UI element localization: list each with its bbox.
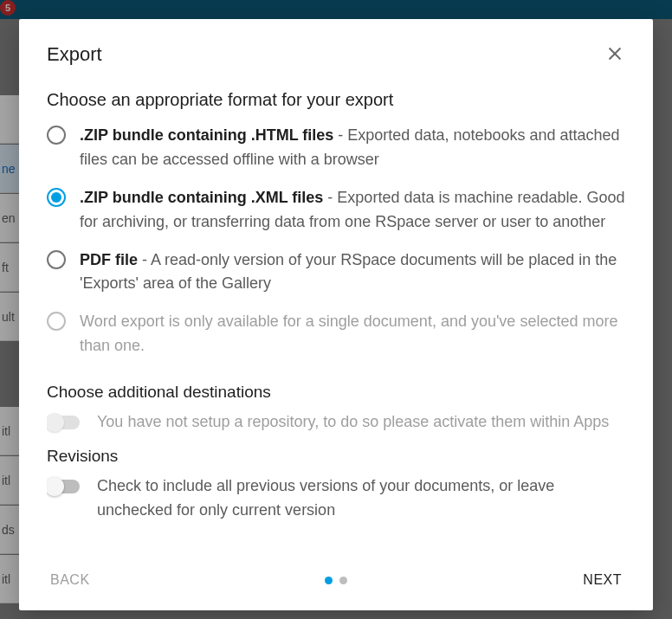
radio-label: .ZIP bundle containing .XML files - Expo…: [80, 186, 625, 235]
format-radio-list: .ZIP bundle containing .HTML files - Exp…: [47, 124, 625, 358]
step-dot-2: [339, 577, 347, 584]
modal-content: Choose an appropriate format for your ex…: [47, 90, 625, 550]
radio-indicator: [47, 126, 66, 145]
revisions-switch-label: Check to include all previous versions o…: [97, 474, 625, 523]
format-option-word: Word export is only available for a sing…: [47, 310, 625, 358]
repository-switch: [47, 416, 80, 429]
step-indicator: [325, 577, 347, 584]
switch-thumb: [47, 413, 64, 432]
close-button[interactable]: [604, 43, 625, 64]
revisions-switch-row: Check to include all previous versions o…: [47, 474, 625, 523]
revisions-heading: Revisions: [47, 447, 625, 466]
format-heading: Choose an appropriate format for your ex…: [47, 90, 625, 110]
format-option-pdf[interactable]: PDF file - A read-only version of your R…: [47, 248, 625, 297]
step-dot-1: [325, 577, 333, 584]
radio-indicator: [47, 312, 66, 331]
close-icon: [605, 44, 624, 63]
repository-switch-label: You have not setup a repository, to do s…: [97, 410, 609, 435]
export-modal: Export Choose an appropriate format for …: [19, 19, 653, 610]
modal-header: Export: [47, 43, 625, 66]
format-option-xml[interactable]: .ZIP bundle containing .XML files - Expo…: [47, 186, 625, 235]
radio-inner-dot: [51, 192, 61, 203]
modal-title: Export: [47, 43, 102, 66]
destinations-heading: Choose additional destinations: [47, 383, 625, 402]
radio-indicator: [47, 188, 66, 207]
radio-label: PDF file - A read-only version of your R…: [80, 248, 625, 297]
radio-label: .ZIP bundle containing .HTML files - Exp…: [80, 124, 625, 172]
radio-indicator: [47, 250, 66, 269]
modal-footer: BACK NEXT: [47, 550, 625, 593]
repository-switch-row: You have not setup a repository, to do s…: [47, 410, 625, 435]
next-button[interactable]: NEXT: [579, 567, 625, 593]
switch-thumb: [47, 477, 64, 496]
radio-label: Word export is only available for a sing…: [80, 310, 625, 358]
revisions-switch[interactable]: [47, 480, 80, 493]
format-option-html[interactable]: .ZIP bundle containing .HTML files - Exp…: [47, 124, 625, 172]
back-button: BACK: [47, 567, 94, 593]
